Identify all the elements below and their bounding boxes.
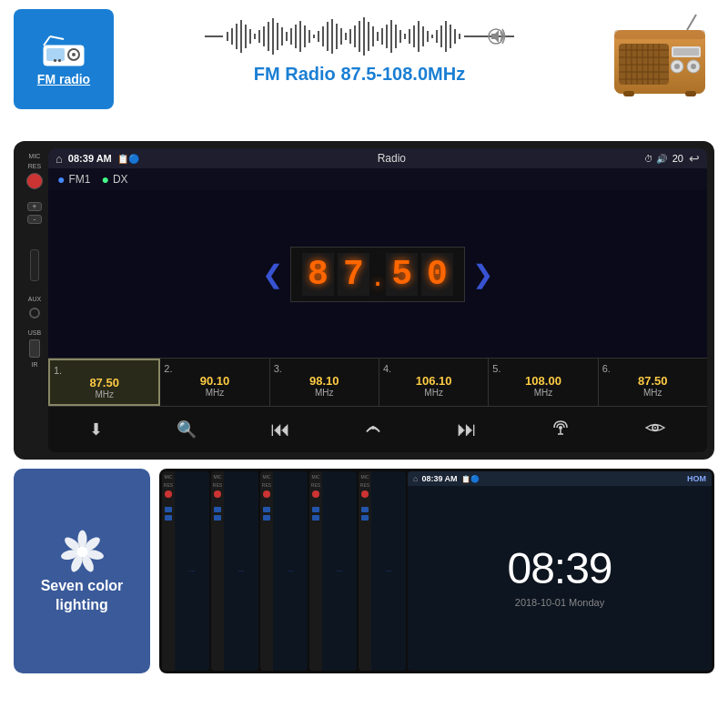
clock-body: 08:39 2018-10-01 Monday (408, 486, 712, 665)
mini-screen-4: ··· (322, 471, 357, 671)
mini-btn2-1[interactable] (165, 515, 172, 521)
mini-mic-4: MIC (311, 474, 319, 480)
status-bar: ⌂ 08:39 AM 📋🔵 Radio ⏱ 🔊 20 ↩ (48, 148, 707, 168)
seven-color-icon (57, 527, 107, 577)
signal-button[interactable] (356, 416, 390, 444)
svg-rect-79 (673, 48, 699, 56)
toolbar: ⬇ 🔍 ⏮ ⏭ (48, 406, 707, 452)
freq-digit-0: 0 (421, 253, 453, 296)
radio-signal-icon (551, 420, 571, 436)
mini-btn1-5[interactable] (361, 507, 369, 512)
status-icons: 📋🔵 (117, 154, 139, 164)
preset-5-freq: 108.00 (492, 374, 593, 388)
fm-radio-icon (41, 32, 86, 68)
preset-5-unit: MHz (492, 388, 593, 398)
preset-1[interactable]: 1. 87.50 MHz (48, 359, 160, 406)
preset-6-num: 6. (602, 363, 703, 374)
preset-6[interactable]: 6. 87.50 MHz (599, 359, 707, 406)
mini-side-3: MIC RES (260, 471, 273, 671)
mini-btn2-5[interactable] (361, 515, 369, 521)
mini-side-5: MIC RES (359, 471, 371, 671)
fm1-indicator[interactable]: ● FM1 (57, 172, 90, 187)
preset-3[interactable]: 3. 98.10 MHz (270, 359, 379, 406)
center-top: FM Radio 87.5-108.0MHz (114, 9, 605, 85)
mini-power-2[interactable] (214, 490, 221, 498)
preset-4[interactable]: 4. 106.10 MHz (379, 359, 489, 406)
preset-6-freq: 87.50 (602, 374, 703, 388)
seven-color-box: Seven colorlighting (14, 469, 150, 673)
fm-radio-label: FM radio (37, 72, 90, 86)
mini-power-5[interactable] (361, 490, 369, 498)
eye-button[interactable] (637, 416, 673, 444)
res-label: RES (28, 163, 41, 169)
svg-point-89 (559, 426, 562, 430)
mini-res-5: RES (360, 482, 369, 488)
back-icon[interactable]: ↩ (689, 151, 700, 166)
volume-value: 20 (672, 153, 683, 164)
svg-point-101 (76, 547, 87, 558)
mini-btn1-1[interactable] (165, 507, 172, 512)
preset-5[interactable]: 5. 108.00 MHz (489, 359, 598, 406)
soundwave (205, 14, 514, 59)
vol-up-button[interactable]: + (27, 202, 42, 211)
clock-date: 2018-10-01 Monday (515, 597, 604, 608)
fm1-dot: ● (57, 172, 65, 187)
ir-label: IR (32, 361, 38, 368)
mini-btn1-3[interactable] (263, 507, 270, 512)
preset-list: 1. 87.50 MHz 2. 90.10 MHz 3. 98.10 MHz 4… (48, 358, 707, 406)
dx-indicator[interactable]: ● DX (101, 172, 127, 187)
mini-power-3[interactable] (263, 490, 270, 498)
svg-rect-87 (685, 91, 696, 96)
frequency-display: 8 7 . 5 0 (290, 247, 465, 302)
preset-2[interactable]: 2. 90.10 MHz (160, 359, 269, 406)
svg-rect-7 (58, 59, 61, 62)
clock-label: HOM (687, 474, 706, 483)
mini-screen-5: ··· (371, 471, 406, 671)
mini-screen-3: ··· (273, 471, 308, 671)
clock-home-icon: ⌂ (413, 474, 418, 483)
preset-5-num: 5. (492, 363, 593, 374)
aux-port (29, 308, 40, 318)
freq-digit-7: 7 (338, 253, 369, 296)
preset-2-freq: 90.10 (164, 374, 265, 388)
seven-color-text: Seven colorlighting (41, 577, 124, 615)
prev-freq-button[interactable]: ❮ (262, 259, 283, 289)
mini-power-1[interactable] (165, 490, 172, 498)
mini-btn1-2[interactable] (214, 507, 221, 512)
radio-display: ❮ 8 7 . 5 0 ❯ (48, 190, 707, 358)
mini-btn2-3[interactable] (263, 515, 270, 521)
power-button[interactable] (26, 173, 43, 189)
mini-mic-2: MIC (213, 474, 221, 480)
usb-label: USB (28, 329, 41, 336)
vol-down-button[interactable]: - (27, 215, 42, 224)
mic-label: MIC (29, 153, 41, 159)
top-section: FM radio (0, 0, 728, 141)
bottom-section: Seven colorlighting MIC RES ··· MIC RES (14, 469, 714, 673)
mini-side-4: MIC RES (309, 471, 322, 671)
clock-unit: ⌂ 08:39 AM 📋🔵 HOM 08:39 2018-10-01 Monda… (408, 471, 712, 671)
mini-side-1: MIC RES (162, 471, 175, 671)
clock-status-bar: ⌂ 08:39 AM 📋🔵 HOM (408, 471, 712, 486)
freq-dot: . (373, 255, 383, 294)
mini-res-2: RES (213, 482, 222, 488)
svg-line-4 (44, 36, 50, 46)
mini-power-4[interactable] (312, 490, 319, 498)
aux-label: AUX (28, 296, 41, 302)
skip-forward-button[interactable]: ⏭ (450, 414, 484, 445)
radio-button[interactable] (543, 416, 578, 444)
mini-btn2-4[interactable] (312, 515, 319, 521)
svg-point-81 (674, 64, 680, 69)
next-freq-button[interactable]: ❯ (472, 259, 493, 289)
mini-mic-5: MIC (360, 474, 369, 480)
skip-back-button[interactable]: ⏮ (263, 414, 298, 445)
mini-btn1-4[interactable] (312, 507, 319, 512)
preset-4-freq: 106.10 (383, 374, 484, 388)
svg-rect-6 (54, 59, 56, 62)
clock-icons: 📋🔵 (461, 475, 480, 483)
mini-unit-5: MIC RES ··· (359, 471, 406, 671)
mini-btn2-2[interactable] (214, 515, 221, 521)
svg-line-5 (50, 36, 64, 39)
mini-mic-3: MIC (262, 474, 270, 480)
download-button[interactable]: ⬇ (82, 416, 110, 443)
search-button[interactable]: 🔍 (169, 416, 204, 443)
